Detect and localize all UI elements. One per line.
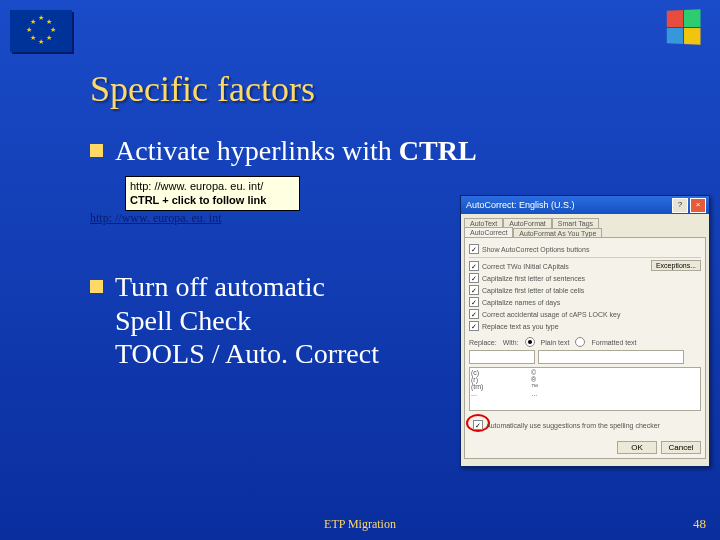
show-options-checkbox[interactable]: ✓Show AutoCorrect Options buttons [469, 244, 701, 254]
windows-logo-icon [667, 9, 701, 44]
bullet-icon [90, 144, 103, 157]
hyperlink-tooltip: http: //www. europa. eu. int/ CTRL + cli… [125, 176, 300, 211]
cancel-button[interactable]: Cancel [661, 441, 701, 454]
bullet-1: Activate hyperlinks with CTRL [90, 134, 477, 168]
tab-smarttags[interactable]: Smart Tags [552, 218, 599, 228]
with-input[interactable] [538, 350, 684, 364]
radio-plaintext[interactable] [525, 337, 535, 347]
opt-replace-text[interactable]: ✓Replace text as you type [469, 321, 701, 331]
dialog-body: ✓Show AutoCorrect Options buttons ✓Corre… [464, 237, 706, 459]
radio-formatted-label: Formatted text [591, 339, 636, 346]
hyperlink-example[interactable]: http: //www. europa. eu. int [90, 211, 222, 226]
dialog-tabs: AutoText AutoFormat Smart Tags AutoCorre… [461, 214, 709, 237]
tab-autocorrect[interactable]: AutoCorrect [464, 227, 513, 237]
slide: ★ ★ ★ ★ ★ ★ ★ ★ Specific factors Activat… [0, 0, 720, 540]
tooltip-line2: CTRL + click to follow link [130, 193, 295, 207]
autocorrect-dialog: AutoCorrect: English (U.S.) ? × AutoText… [460, 195, 710, 467]
replace-label: Replace: [469, 339, 497, 346]
close-button[interactable]: × [690, 198, 706, 213]
opt-capitalize-sentence[interactable]: ✓Capitalize first letter of sentences [469, 273, 701, 283]
eu-flag-icon: ★ ★ ★ ★ ★ ★ ★ ★ [10, 10, 72, 52]
bullet-2-text: Turn off automaticSpell CheckTOOLS / Aut… [115, 270, 379, 371]
with-label: With: [503, 339, 519, 346]
replace-list[interactable]: (c)© (r)® (tm)™ ...… [469, 367, 701, 411]
radio-plaintext-label: Plain text [541, 339, 570, 346]
opt-capitalize-days[interactable]: ✓Capitalize names of days [469, 297, 701, 307]
footer-text: ETP Migration [0, 517, 720, 532]
bullet-2: Turn off automaticSpell CheckTOOLS / Aut… [90, 270, 379, 371]
exceptions-button[interactable]: Exceptions... [651, 260, 701, 271]
dialog-titlebar: AutoCorrect: English (U.S.) ? × [461, 196, 709, 214]
tooltip-line1: http: //www. europa. eu. int/ [130, 179, 295, 193]
opt-capitalize-tablecells[interactable]: ✓Capitalize first letter of table cells [469, 285, 701, 295]
ok-button[interactable]: OK [617, 441, 657, 454]
slide-title: Specific factors [90, 68, 315, 110]
spellcheck-suggestions-checkbox[interactable]: ✓Automatically use suggestions from the … [473, 420, 660, 430]
opt-capslock[interactable]: ✓Correct accidental usage of cAPS LOCK k… [469, 309, 701, 319]
replace-input[interactable] [469, 350, 535, 364]
help-button[interactable]: ? [672, 198, 688, 213]
bullet-icon [90, 280, 103, 293]
dialog-title: AutoCorrect: English (U.S.) [466, 200, 575, 210]
bullet-1-text: Activate hyperlinks with CTRL [115, 134, 477, 168]
radio-formatted[interactable] [575, 337, 585, 347]
page-number: 48 [693, 516, 706, 532]
